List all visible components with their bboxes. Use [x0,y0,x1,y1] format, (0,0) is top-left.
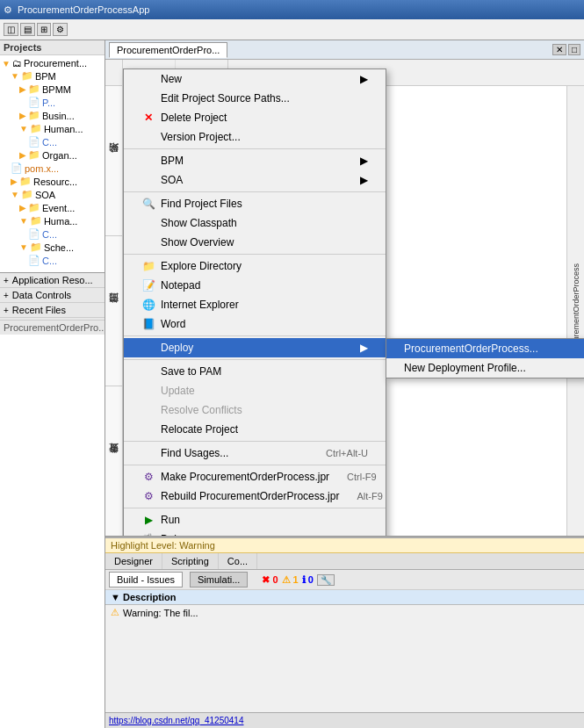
notepad-icon: 📝 [141,279,155,292]
collapse-icon: ▼ [2,59,11,68]
menu-item-save-pam[interactable]: Save to PAM [124,362,386,381]
menu-item-overview[interactable]: Show Overview [124,233,386,252]
menu-item-make[interactable]: ⚙ Make ProcurementOrderProcess.jpr Ctrl-… [124,467,386,487]
event-folder-icon: 📁 [28,202,40,213]
bpmm-folder-icon: 📁 [28,83,40,95]
separator [124,465,386,465]
expand-icon: ▼ [111,592,120,602]
tree-item[interactable]: 📄 C... [2,227,103,241]
file-icon: 📄 [28,255,40,266]
submenu-item-new-profile[interactable]: New Deployment Profile... [386,358,584,378]
diagram-area: ProcurementOrderPro... ✕ □ Activity Inte… [105,40,584,537]
application-resources[interactable]: + Application Reso... [0,273,105,288]
tree-item[interactable]: 📄 P... [2,96,103,109]
expand-icon: ▶ [19,111,26,120]
menu-item-deploy[interactable]: Deploy ▶ ProcurementOrderProcess... New … [124,338,386,357]
rebuild-icon: ⚙ [141,490,155,502]
status-url[interactable]: https://blog.csdn.net/qq_41250414 [109,716,243,725]
tree-item[interactable]: ▼ 📁 Sche... [2,241,103,254]
find-files-icon: 🔍 [141,198,155,210]
toolbar-btn-settings[interactable]: ⚙ [53,23,68,36]
tree-item[interactable]: ▶ 📁 Organ... [2,148,103,162]
tree-item[interactable]: ▼ 📁 Human... [2,122,103,135]
menu-item-delete[interactable]: ✕ Delete Project [124,108,386,127]
simulation-tab[interactable]: Simulati... [190,572,248,587]
diagram-tab[interactable]: ProcurementOrderPro... [109,42,227,58]
tab-scripting[interactable]: Scripting [162,553,219,569]
separator [124,148,386,149]
tree-item[interactable]: 📄 pom.x... [2,162,103,175]
toolbar-btn-2[interactable]: ▤ [20,23,35,36]
tree-item[interactable]: ▶ 📁 BPMM [2,83,103,96]
data-controls[interactable]: + Data Controls [0,288,105,303]
menu-item-run[interactable]: ▶ Run [124,510,386,530]
expand-icon: + [4,276,9,285]
separator [124,441,386,442]
tree-item[interactable]: 📄 C... [2,135,103,148]
tree-item[interactable]: ▶ 📁 Event... [2,201,103,214]
tree-item[interactable]: ▼ 📁 SOA [2,188,103,201]
build-header: Build - Issues Simulati... ✖ 0 ⚠ 1 ℹ 0 🔧 [105,570,584,590]
title-text: ProcurementOrderProcessApp [18,4,149,15]
resource-folder-icon: 📁 [19,176,32,187]
main-layout: Projects ▼ 🗂 Procurement... ▼ 📁 BPM ▶ 📁 … [0,40,584,728]
menu-item-new[interactable]: New ▶ [124,69,386,89]
huma-folder-icon: 📁 [30,215,42,227]
menu-item-bpm[interactable]: BPM ▶ [124,151,386,170]
submenu-arrow: ▶ [351,342,368,354]
error-badge: ✖ 0 [262,574,278,586]
menu-item-ie[interactable]: 🌐 Internet Explorer [124,295,386,314]
organ-folder-icon: 📁 [28,149,40,161]
expand-icon: ▼ [19,216,28,226]
human-folder-icon: 📁 [30,123,42,134]
debug-icon: 🐞 [141,533,155,537]
tab-designer[interactable]: Designer [105,553,162,569]
menu-item-explore[interactable]: 📁 Explore Directory [124,256,386,276]
lane-label-2: 部门主管 [105,236,122,386]
sche-folder-icon: 📁 [30,241,42,253]
recent-files[interactable]: + Recent Files [0,303,105,318]
tree-item[interactable]: ▶ 📁 Resourc... [2,175,103,188]
toolbar-btn-1[interactable]: ◫ [4,23,18,36]
menu-item-debug[interactable]: 🐞 Debug [124,530,386,537]
status-bar: https://blog.csdn.net/qq_41250414 [105,712,584,728]
menu-item-version[interactable]: Version Project... [124,127,386,147]
context-menu: New ▶ Edit Project Source Paths... ✕ Del… [123,68,386,537]
run-icon: ▶ [141,514,155,526]
close-tab-btn[interactable]: ✕ [552,44,566,55]
project-icon: 🗂 [12,58,22,68]
menu-item-notepad[interactable]: 📝 Notepad [124,276,386,295]
menu-item-resolve: Resolve Conflicts [124,400,386,420]
tree-item[interactable]: 📄 C... [2,254,103,267]
expand-icon: ▶ [19,150,26,160]
menu-item-edit-source[interactable]: Edit Project Source Paths... [124,89,386,108]
proc-label: ProcurementOrderPro... [0,320,105,335]
app-icon: ⚙ [4,4,12,16]
filter-issues-btn[interactable]: 🔧 [317,574,335,586]
tree-item[interactable]: ▼ 📁 Huma... [2,214,103,227]
menu-item-soa[interactable]: SOA ▶ [124,170,386,190]
separator [124,335,386,336]
bottom-left-panels: + Application Reso... + Data Controls + … [0,272,105,335]
menu-item-classpath[interactable]: Show Classpath [124,213,386,233]
menu-item-find-files[interactable]: 🔍 Find Project Files [124,194,386,213]
expand-tab-btn[interactable]: □ [568,44,580,55]
separator [124,254,386,255]
menu-item-word[interactable]: 📘 Word [124,314,386,334]
submenu-item-deploy-proc[interactable]: ProcurementOrderProcess... [386,339,584,358]
tab-co[interactable]: Co... [219,553,257,569]
submenu-arrow: ▶ [351,155,368,167]
menu-item-rebuild[interactable]: ⚙ Rebuild ProcurementOrderProcess.jpr Al… [124,487,386,506]
tree-item[interactable]: ▼ 🗂 Procurement... [2,57,103,69]
menu-item-find-usages[interactable]: Find Usages... Ctrl+Alt-U [124,443,386,463]
title-bar: ⚙ ProcurementOrderProcessApp [0,0,584,19]
tree-item[interactable]: ▼ 📁 BPM [2,69,103,83]
warning-icon: ⚠ [111,607,119,618]
tree-item[interactable]: ▶ 📁 Busin... [2,109,103,122]
build-issues-tab[interactable]: Build - Issues [109,572,183,587]
menu-item-relocate[interactable]: Relocate Project [124,420,386,439]
toolbar-btn-filter[interactable]: ⊞ [37,23,51,36]
description-header: ▼ Description [105,590,584,605]
deploy-submenu: ProcurementOrderProcess... New Deploymen… [386,338,584,378]
pom-file-icon: 📄 [11,162,23,174]
